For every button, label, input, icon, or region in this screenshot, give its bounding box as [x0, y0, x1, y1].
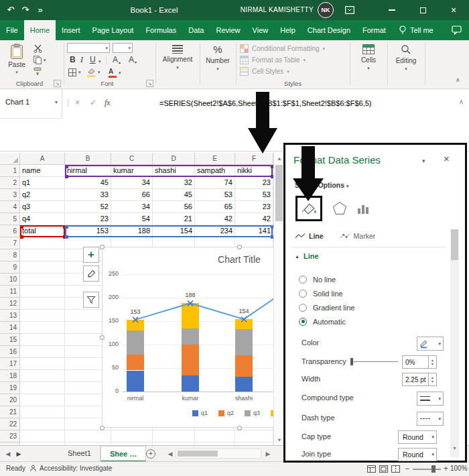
column-header-D[interactable]: D — [153, 153, 195, 165]
tab-data[interactable]: Data — [182, 20, 210, 40]
row-header-13[interactable]: 13 — [0, 310, 20, 322]
row-header-9[interactable]: 9 — [0, 261, 20, 274]
row-header-17[interactable]: 17 — [0, 358, 20, 370]
transparency-input[interactable]: 0% ▴▾ — [402, 355, 437, 369]
cell-A7[interactable] — [20, 237, 65, 249]
chart-filters-button[interactable] — [83, 292, 99, 308]
effects-icon[interactable] — [332, 201, 347, 215]
zoom-slider[interactable] — [413, 469, 441, 470]
tab-insert[interactable]: Insert — [56, 20, 86, 40]
editing-button[interactable]: Editing ▾ — [387, 44, 425, 72]
font-name-combo[interactable]: ▾ — [67, 43, 110, 53]
comments-icon[interactable] — [452, 25, 462, 35]
cut-button[interactable] — [34, 44, 42, 53]
cell-A2[interactable]: q1 — [20, 177, 65, 189]
alignment-button[interactable]: Alignment ▾ — [155, 45, 200, 70]
transparency-slider-thumb[interactable] — [350, 358, 353, 365]
column-header-E[interactable]: E — [195, 153, 235, 165]
tab-page-layout[interactable]: Page Layout — [86, 20, 140, 40]
row-header-12[interactable]: 12 — [0, 298, 20, 310]
zoom-out-icon[interactable]: − — [405, 464, 409, 473]
close-button[interactable]: × — [441, 0, 466, 20]
pane-scrollbar[interactable]: ▼ — [450, 229, 459, 457]
cell-A9[interactable] — [20, 261, 65, 274]
undo-icon[interactable]: ↶ — [4, 0, 17, 20]
chart-selection-handle[interactable] — [100, 335, 105, 340]
row-header-3[interactable]: 3 — [0, 189, 20, 201]
cell-F4[interactable]: 23 — [235, 201, 273, 213]
horizontal-scroll-thumb[interactable] — [178, 451, 218, 457]
chart-object[interactable]: Chart Title050100150200250nirmalkumarsha… — [102, 247, 273, 428]
line-section-header[interactable]: ▲Line — [295, 252, 319, 260]
cell-F2[interactable]: 23 — [235, 177, 273, 189]
transparency-slider[interactable] — [351, 361, 398, 362]
dash-type-dropdown[interactable]: ▾ — [417, 412, 444, 426]
cell-D6[interactable]: 154 — [153, 225, 195, 237]
cell-A3[interactable]: q2 — [20, 189, 65, 201]
number-button[interactable]: % Number ▾ — [200, 44, 236, 72]
zoom-slider-thumb[interactable] — [431, 465, 436, 473]
format-painter-button[interactable] — [34, 67, 42, 76]
cell-C1[interactable]: kumar — [111, 165, 153, 177]
tab-help[interactable]: Help — [274, 20, 302, 40]
redo-icon[interactable]: ↷ — [19, 0, 32, 20]
cell-E6[interactable]: 234 — [195, 225, 235, 237]
row-header-14[interactable]: 14 — [0, 322, 20, 334]
minimize-button[interactable] — [379, 0, 405, 20]
clipboard-dialog-launcher[interactable]: ↘ — [54, 80, 61, 87]
cell-C5[interactable]: 54 — [111, 213, 153, 225]
cell-E1[interactable]: sampath — [195, 165, 235, 177]
series-options-icon[interactable] — [356, 202, 370, 215]
cell-F1[interactable]: nikki — [235, 165, 273, 177]
radio-automatic[interactable]: Automatic — [299, 314, 354, 329]
cell-A15[interactable] — [20, 334, 65, 346]
normal-view-icon[interactable] — [367, 465, 376, 473]
cell-B2[interactable]: 45 — [65, 177, 111, 189]
cap-type-dropdown[interactable]: Round▾ — [398, 430, 437, 444]
cell-A14[interactable] — [20, 322, 65, 334]
pane-close-icon[interactable]: × — [444, 153, 450, 164]
radio-solid-line[interactable]: Solid line — [299, 286, 354, 300]
row-header-21[interactable]: 21 — [0, 406, 20, 418]
cell-B6[interactable]: 153 — [65, 225, 111, 237]
chart-styles-button[interactable] — [83, 265, 99, 282]
vertical-scroll-thumb[interactable] — [275, 165, 283, 221]
row-header-19[interactable]: 19 — [0, 382, 20, 394]
width-input[interactable]: 2.25 pt ▴▾ — [402, 373, 437, 386]
decrease-font-button[interactable]: A▾ — [129, 55, 137, 64]
cell-A18[interactable] — [20, 370, 65, 382]
collapse-ribbon-icon[interactable]: ∧ — [456, 76, 460, 83]
cell-D5[interactable]: 21 — [153, 213, 195, 225]
cell-A20[interactable] — [20, 394, 65, 406]
cell-E3[interactable]: 53 — [195, 189, 235, 201]
cell-A5[interactable]: q4 — [20, 213, 65, 225]
row-header-5[interactable]: 5 — [0, 213, 20, 225]
tab-file[interactable]: File — [0, 20, 24, 40]
cell-F6[interactable]: 141 — [235, 225, 273, 237]
accessibility-status[interactable]: Accessibility: Investigate — [29, 465, 112, 472]
spinner-arrows[interactable]: ▴▾ — [428, 356, 436, 368]
copy-button[interactable]: ▾ — [34, 56, 46, 64]
cell-D3[interactable]: 45 — [153, 189, 195, 201]
page-break-view-icon[interactable] — [391, 465, 400, 473]
row-header-16[interactable]: 16 — [0, 346, 20, 358]
enter-icon[interactable]: ✓ — [90, 98, 96, 107]
conditional-formatting-button[interactable]: Conditional Formatting▾ — [240, 43, 325, 54]
cell-F23[interactable] — [235, 430, 273, 442]
zoom-in-icon[interactable]: + — [444, 464, 448, 473]
italic-button[interactable]: I — [80, 55, 83, 65]
row-header-23[interactable]: 23 — [0, 430, 20, 442]
row-header-18[interactable]: 18 — [0, 370, 20, 382]
chart-selection-handle[interactable] — [100, 426, 105, 430]
tab-home[interactable]: Home — [24, 20, 56, 40]
paste-button[interactable]: Paste ▾ — [4, 42, 29, 78]
cells-button[interactable]: Cells ▾ — [350, 44, 387, 71]
cell-E4[interactable]: 65 — [195, 201, 235, 213]
cell-D1[interactable]: shashi — [153, 165, 195, 177]
underline-chevron-icon[interactable]: ▾ — [98, 59, 101, 64]
horizontal-scrollbar[interactable] — [176, 449, 261, 459]
legend-item-q2[interactable]: q2 — [218, 410, 234, 416]
row-header-1[interactable]: 1 — [0, 165, 20, 177]
cell-A17[interactable] — [20, 358, 65, 370]
chart-elements-button[interactable]: + — [83, 247, 99, 263]
